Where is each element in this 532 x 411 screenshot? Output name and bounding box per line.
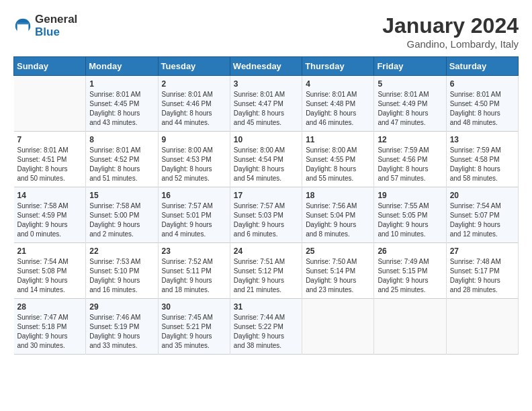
calendar-cell [446, 299, 518, 355]
calendar-cell [14, 76, 86, 132]
calendar-cell: 13Sunrise: 7:59 AM Sunset: 4:58 PM Dayli… [446, 132, 518, 187]
day-number: 12 [378, 135, 442, 144]
day-number: 29 [89, 302, 154, 312]
calendar-cell: 28Sunrise: 7:47 AM Sunset: 5:18 PM Dayli… [14, 299, 86, 355]
day-info: Sunrise: 8:01 AM Sunset: 4:51 PM Dayligh… [17, 146, 83, 183]
day-info: Sunrise: 7:53 AM Sunset: 5:10 PM Dayligh… [89, 257, 154, 295]
day-info: Sunrise: 7:51 AM Sunset: 5:12 PM Dayligh… [234, 257, 298, 295]
calendar-cell: 14Sunrise: 7:58 AM Sunset: 4:59 PM Dayli… [14, 187, 86, 243]
calendar-body: 1Sunrise: 8:01 AM Sunset: 4:45 PM Daylig… [14, 76, 519, 355]
calendar-cell [374, 299, 446, 355]
day-info: Sunrise: 8:00 AM Sunset: 4:54 PM Dayligh… [234, 146, 298, 183]
day-number: 6 [450, 79, 515, 89]
day-info: Sunrise: 7:55 AM Sunset: 5:05 PM Dayligh… [378, 201, 442, 239]
logo: General Blue [13, 13, 77, 38]
day-info: Sunrise: 8:00 AM Sunset: 4:53 PM Dayligh… [162, 146, 226, 183]
day-number: 27 [450, 246, 515, 256]
calendar-week-row: 21Sunrise: 7:54 AM Sunset: 5:08 PM Dayli… [14, 243, 519, 299]
calendar-week-row: 14Sunrise: 7:58 AM Sunset: 4:59 PM Dayli… [14, 187, 519, 243]
calendar-cell: 1Sunrise: 8:01 AM Sunset: 4:45 PM Daylig… [86, 76, 158, 132]
calendar-week-row: 7Sunrise: 8:01 AM Sunset: 4:51 PM Daylig… [14, 132, 519, 187]
day-info: Sunrise: 7:59 AM Sunset: 4:58 PM Dayligh… [450, 146, 515, 183]
day-info: Sunrise: 8:01 AM Sunset: 4:49 PM Dayligh… [378, 90, 442, 128]
day-info: Sunrise: 7:58 AM Sunset: 4:59 PM Dayligh… [17, 201, 83, 239]
weekday-header: Monday [86, 57, 158, 76]
day-info: Sunrise: 7:54 AM Sunset: 5:08 PM Dayligh… [17, 257, 83, 295]
page-header: General Blue January 2024 Gandino, Lomba… [13, 13, 519, 50]
calendar-cell: 3Sunrise: 8:01 AM Sunset: 4:47 PM Daylig… [230, 76, 302, 132]
day-info: Sunrise: 8:01 AM Sunset: 4:52 PM Dayligh… [89, 146, 154, 183]
day-number: 7 [17, 135, 83, 144]
day-info: Sunrise: 8:01 AM Sunset: 4:45 PM Dayligh… [89, 90, 154, 128]
calendar-cell: 31Sunrise: 7:44 AM Sunset: 5:22 PM Dayli… [230, 299, 302, 355]
day-number: 15 [89, 191, 154, 200]
calendar-cell: 20Sunrise: 7:54 AM Sunset: 5:07 PM Dayli… [446, 187, 518, 243]
day-number: 9 [162, 135, 226, 144]
day-info: Sunrise: 7:44 AM Sunset: 5:22 PM Dayligh… [234, 313, 298, 351]
day-number: 14 [17, 191, 83, 200]
calendar-cell: 7Sunrise: 8:01 AM Sunset: 4:51 PM Daylig… [14, 132, 86, 187]
calendar-cell: 16Sunrise: 7:57 AM Sunset: 5:01 PM Dayli… [158, 187, 230, 243]
header-row: SundayMondayTuesdayWednesdayThursdayFrid… [14, 57, 519, 76]
day-number: 21 [17, 246, 83, 256]
day-info: Sunrise: 7:58 AM Sunset: 5:00 PM Dayligh… [89, 201, 154, 239]
day-number: 3 [234, 79, 298, 89]
calendar-cell: 17Sunrise: 7:57 AM Sunset: 5:03 PM Dayli… [230, 187, 302, 243]
day-info: Sunrise: 7:52 AM Sunset: 5:11 PM Dayligh… [162, 257, 226, 295]
day-info: Sunrise: 7:54 AM Sunset: 5:07 PM Dayligh… [450, 201, 515, 239]
calendar-cell: 5Sunrise: 8:01 AM Sunset: 4:49 PM Daylig… [374, 76, 446, 132]
calendar-cell: 10Sunrise: 8:00 AM Sunset: 4:54 PM Dayli… [230, 132, 302, 187]
day-number: 16 [162, 191, 226, 200]
calendar-week-row: 28Sunrise: 7:47 AM Sunset: 5:18 PM Dayli… [14, 299, 519, 355]
day-number: 25 [306, 246, 370, 256]
calendar-cell [302, 299, 374, 355]
title-block: January 2024 Gandino, Lombardy, Italy [382, 13, 519, 50]
day-info: Sunrise: 8:00 AM Sunset: 4:55 PM Dayligh… [306, 146, 370, 183]
day-info: Sunrise: 7:48 AM Sunset: 5:17 PM Dayligh… [450, 257, 515, 295]
calendar-cell: 24Sunrise: 7:51 AM Sunset: 5:12 PM Dayli… [230, 243, 302, 299]
day-info: Sunrise: 7:45 AM Sunset: 5:21 PM Dayligh… [162, 313, 226, 351]
day-number: 13 [450, 135, 515, 144]
day-number: 22 [89, 246, 154, 256]
day-number: 5 [378, 79, 442, 89]
day-number: 18 [306, 191, 370, 200]
day-info: Sunrise: 7:50 AM Sunset: 5:14 PM Dayligh… [306, 257, 370, 295]
day-info: Sunrise: 8:01 AM Sunset: 4:47 PM Dayligh… [234, 90, 298, 128]
day-number: 30 [162, 302, 226, 312]
day-number: 1 [89, 79, 154, 89]
calendar-cell: 21Sunrise: 7:54 AM Sunset: 5:08 PM Dayli… [14, 243, 86, 299]
day-number: 17 [234, 191, 298, 200]
day-number: 26 [378, 246, 442, 256]
calendar-cell: 2Sunrise: 8:01 AM Sunset: 4:46 PM Daylig… [158, 76, 230, 132]
calendar-cell: 6Sunrise: 8:01 AM Sunset: 4:50 PM Daylig… [446, 76, 518, 132]
day-info: Sunrise: 7:46 AM Sunset: 5:19 PM Dayligh… [89, 313, 154, 351]
weekday-header: Saturday [446, 57, 518, 76]
month-year: January 2024 [382, 13, 519, 38]
day-number: 2 [162, 79, 226, 89]
day-info: Sunrise: 8:01 AM Sunset: 4:46 PM Dayligh… [162, 90, 226, 128]
calendar-header: SundayMondayTuesdayWednesdayThursdayFrid… [14, 57, 519, 76]
day-number: 23 [162, 246, 226, 256]
svg-rect-0 [17, 23, 29, 24]
day-number: 8 [89, 135, 154, 144]
calendar-table: SundayMondayTuesdayWednesdayThursdayFrid… [13, 56, 519, 355]
logo-text: General Blue [35, 13, 77, 38]
day-number: 28 [17, 302, 83, 312]
calendar-cell: 30Sunrise: 7:45 AM Sunset: 5:21 PM Dayli… [158, 299, 230, 355]
day-info: Sunrise: 7:57 AM Sunset: 5:03 PM Dayligh… [234, 201, 298, 239]
day-number: 20 [450, 191, 515, 200]
weekday-header: Friday [374, 57, 446, 76]
day-number: 4 [306, 79, 370, 89]
calendar-cell: 8Sunrise: 8:01 AM Sunset: 4:52 PM Daylig… [86, 132, 158, 187]
weekday-header: Sunday [14, 57, 86, 76]
day-number: 10 [234, 135, 298, 144]
calendar-cell: 19Sunrise: 7:55 AM Sunset: 5:05 PM Dayli… [374, 187, 446, 243]
calendar-week-row: 1Sunrise: 8:01 AM Sunset: 4:45 PM Daylig… [14, 76, 519, 132]
day-number: 19 [378, 191, 442, 200]
weekday-header: Wednesday [230, 57, 302, 76]
calendar-cell: 11Sunrise: 8:00 AM Sunset: 4:55 PM Dayli… [302, 132, 374, 187]
logo-general: General [35, 13, 77, 26]
calendar-cell: 26Sunrise: 7:49 AM Sunset: 5:15 PM Dayli… [374, 243, 446, 299]
calendar-cell: 27Sunrise: 7:48 AM Sunset: 5:17 PM Dayli… [446, 243, 518, 299]
location: Gandino, Lombardy, Italy [382, 38, 519, 50]
